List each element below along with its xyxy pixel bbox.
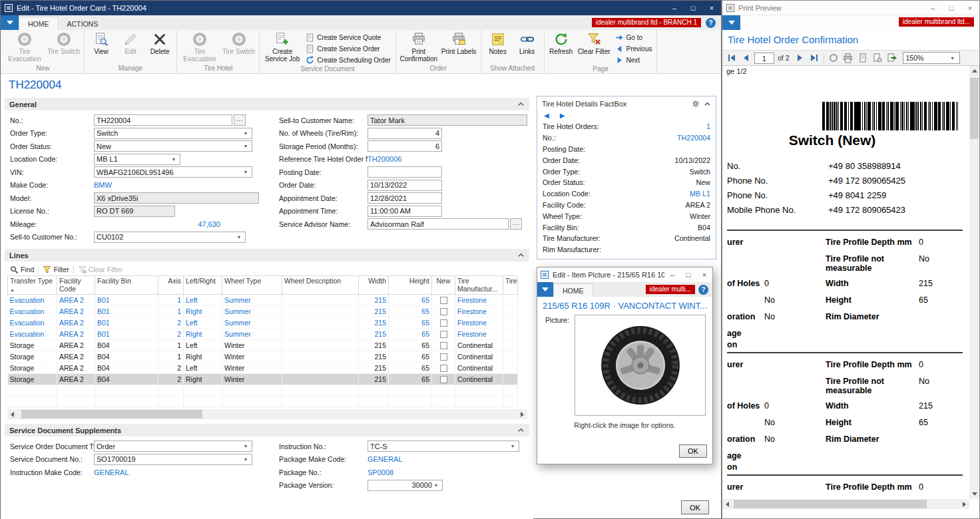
package-no-field[interactable]: SP0008 (368, 468, 393, 476)
wheel-type-cell[interactable]: Winter (222, 363, 282, 374)
width-cell[interactable]: 215 (359, 306, 389, 317)
maximize-icon[interactable]: □ (684, 1, 702, 15)
scroll-right-icon[interactable] (517, 409, 527, 419)
axis-cell[interactable]: 1 (158, 295, 184, 306)
scrollbar-thumb[interactable] (21, 410, 202, 419)
collapse-supplements-icon[interactable] (517, 427, 525, 434)
print-icon[interactable] (842, 52, 855, 65)
app-menu-button[interactable] (1, 15, 19, 30)
print-minimize-icon[interactable]: – (923, 1, 942, 15)
next-button[interactable]: Next (612, 55, 655, 65)
dialog-app-menu-button[interactable] (537, 282, 553, 297)
dropdown-arrow-icon[interactable]: ▾ (170, 156, 178, 162)
next-page-icon[interactable] (793, 52, 806, 65)
left-right-cell[interactable]: Right (184, 374, 222, 385)
width-cell[interactable]: 215 (359, 317, 389, 329)
dropdown-arrow-icon[interactable]: ▾ (242, 443, 250, 449)
width-cell[interactable]: 215 (359, 295, 389, 306)
lines-empty-row[interactable] (8, 385, 518, 397)
column-header-tire[interactable]: Tire (503, 276, 518, 295)
preview-horizontal-scrollbar[interactable] (722, 499, 969, 509)
facility-code-cell[interactable]: AREA 2 (57, 329, 95, 340)
wheel-description-cell[interactable] (282, 295, 359, 306)
tire-switch-button[interactable]: Tire Switch (220, 31, 257, 55)
transfer-type-cell[interactable]: Evacuation (8, 329, 57, 340)
lines-row[interactable]: EvacuationAREA 2B012LeftSummer21565Fires… (8, 317, 518, 329)
preview-vertical-scrollbar[interactable] (969, 66, 979, 499)
location-code-field[interactable]: MB L1▾ (94, 154, 180, 165)
service-order-document-type-field[interactable]: Order▾ (94, 440, 252, 452)
gear-icon[interactable] (692, 100, 700, 108)
height-cell[interactable]: 65 (389, 351, 432, 363)
service-document-no-field[interactable]: SO1700019▾ (94, 454, 252, 465)
tire-evacuation-button[interactable]: Tire Evacuation (179, 31, 220, 63)
facility-code-cell[interactable]: AREA 2 (57, 317, 95, 329)
new-checkbox[interactable] (440, 297, 447, 304)
zoom-dropdown-icon[interactable]: ▾ (949, 55, 957, 61)
facility-code-cell[interactable]: AREA 2 (57, 374, 95, 385)
factbox-previous-icon[interactable]: ◀ (544, 112, 549, 119)
wheel-description-cell[interactable] (282, 351, 359, 363)
order-type-field[interactable]: Switch▾ (94, 128, 252, 139)
wheel-type-cell[interactable]: Summer (222, 295, 282, 306)
lines-row[interactable]: EvacuationAREA 2B011LeftSummer21565Fires… (8, 295, 518, 306)
dialog-ok-button[interactable]: OK (679, 444, 707, 458)
axis-cell[interactable]: 1 (158, 340, 184, 351)
facility-code-cell[interactable]: AREA 2 (57, 295, 95, 306)
column-header-new[interactable]: New (432, 276, 455, 295)
general-section-header[interactable]: General (5, 98, 529, 110)
dropdown-arrow-icon[interactable]: ▾ (509, 443, 517, 449)
height-cell[interactable]: 65 (389, 295, 432, 306)
package-make-code-field[interactable]: GENERAL (368, 455, 403, 463)
height-cell[interactable]: 65 (389, 306, 432, 317)
wheel-type-cell[interactable]: Summer (222, 317, 282, 329)
zoom-select[interactable]: 150% ▾ (903, 52, 960, 64)
axis-cell[interactable]: 2 (158, 317, 184, 329)
dialog-maximize-icon[interactable]: □ (680, 267, 696, 282)
location-code-value[interactable]: MB L1 (591, 190, 710, 198)
lines-row[interactable]: StorageAREA 2B042LeftWinter21565Continen… (8, 363, 518, 374)
column-header-wheel-type[interactable]: Wheel Type (222, 276, 282, 295)
facility-bin-cell[interactable]: B01 (95, 317, 158, 329)
wheel-type-cell[interactable]: Summer (222, 306, 282, 317)
dropdown-arrow-icon[interactable]: ▾ (432, 482, 440, 488)
vin-field[interactable]: WBAFG2106DL951496▾ (94, 166, 252, 178)
axis-cell[interactable]: 1 (158, 306, 184, 317)
facility-bin-cell[interactable]: B01 (95, 329, 158, 340)
tire-manufacturer-cell[interactable]: Firestone (455, 306, 503, 317)
lines-row[interactable]: EvacuationAREA 2B011RightSummer21565Fire… (8, 306, 518, 317)
transfer-type-cell[interactable]: Storage (8, 340, 57, 351)
scroll-left-icon[interactable] (7, 409, 17, 419)
refresh-button[interactable]: Refresh (547, 31, 576, 55)
wheel-description-cell[interactable] (282, 340, 359, 351)
lines-row[interactable]: StorageAREA 2B042RightWinter21565Contine… (8, 374, 518, 385)
width-cell[interactable]: 215 (359, 340, 389, 351)
first-page-icon[interactable] (725, 52, 738, 65)
wheel-description-cell[interactable] (282, 329, 359, 340)
dropdown-arrow-icon[interactable]: ▾ (242, 169, 250, 175)
transfer-type-cell[interactable]: Evacuation (8, 306, 57, 317)
print-maximize-icon[interactable]: □ (942, 1, 961, 15)
create-service-order-button[interactable]: Create Service Order (303, 43, 393, 54)
ok-button[interactable]: OK (681, 500, 709, 514)
tab-home[interactable]: HOME (19, 17, 59, 30)
clear-filter-button[interactable]: Clear Filter (576, 31, 612, 55)
lines-row[interactable]: EvacuationAREA 2B012RightSummer21565Fire… (8, 329, 518, 340)
column-header-facility-code[interactable]: Facility Code (57, 276, 95, 295)
stop-icon[interactable] (827, 52, 840, 65)
package-version-field[interactable]: 30000▾ (368, 480, 443, 491)
print-labels-button[interactable]: Print Labels (439, 31, 479, 55)
item-picture[interactable] (575, 315, 706, 416)
column-header-facility-bin[interactable]: Facility Bin (95, 276, 158, 295)
column-header-tire-manufactur[interactable]: Tire Manufactur... (455, 276, 503, 295)
no-of-wheels-tire-rim-field[interactable]: 4 (368, 128, 442, 139)
links-button[interactable]: Links (513, 31, 542, 55)
facility-bin-cell[interactable]: B04 (95, 363, 158, 374)
wheel-type-cell[interactable]: Winter (222, 351, 282, 363)
transfer-type-cell[interactable]: Storage (8, 374, 57, 385)
page-setup-icon[interactable] (871, 52, 884, 65)
help-icon[interactable]: ? (706, 18, 716, 28)
axis-cell[interactable]: 1 (158, 351, 184, 363)
filter-button[interactable]: Filter (43, 265, 69, 274)
left-right-cell[interactable]: Left (184, 363, 222, 374)
